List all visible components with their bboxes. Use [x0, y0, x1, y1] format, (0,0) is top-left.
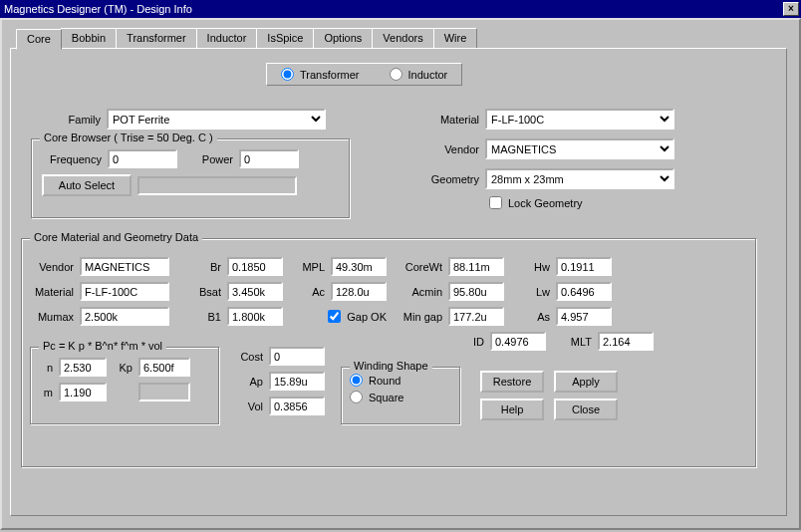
kp-input[interactable]	[138, 358, 190, 377]
gap-ok-checkbox[interactable]	[328, 310, 341, 323]
vendor-select[interactable]: MAGNETICS	[485, 138, 674, 159]
core-browser-legend: Core Browser ( Trise = 50 Deg. C )	[40, 132, 217, 143]
tab-bobbin[interactable]: Bobbin	[61, 28, 117, 49]
br-label: Br	[175, 261, 221, 273]
hw-label: Hw	[510, 261, 550, 273]
bsat-input[interactable]	[227, 282, 283, 301]
hw-input[interactable]	[556, 257, 612, 276]
data-legend: Core Material and Geometry Data	[30, 231, 202, 243]
m-label: m	[41, 387, 53, 399]
tab-strip: Core Bobbin Transformer Inductor IsSpice…	[16, 28, 791, 49]
radio-round[interactable]: Round	[350, 374, 451, 387]
as-label: As	[510, 311, 550, 323]
vol-input[interactable]	[269, 397, 325, 415]
cost-input[interactable]	[269, 347, 325, 366]
mlt-input[interactable]	[598, 332, 654, 351]
mpl-input[interactable]	[331, 257, 387, 276]
radio-square[interactable]: Square	[350, 391, 451, 403]
b1-input[interactable]	[227, 307, 283, 326]
material-select[interactable]: F-LF-100C	[485, 109, 674, 130]
acmin-input[interactable]	[448, 282, 504, 301]
radio-transformer[interactable]: Transformer	[281, 68, 360, 81]
mingap-input[interactable]	[448, 307, 504, 326]
help-button[interactable]: Help	[480, 399, 544, 420]
lw-label: Lw	[510, 286, 550, 298]
gap-ok-label: Gap OK	[347, 311, 387, 323]
id-label: ID	[434, 336, 484, 348]
cost-label: Cost	[233, 351, 263, 363]
mlt-label: MLT	[552, 336, 592, 348]
id-input[interactable]	[490, 332, 546, 351]
power-label: Power	[183, 153, 233, 165]
vol-label: Vol	[233, 400, 263, 412]
tab-wire[interactable]: Wire	[433, 28, 478, 49]
geometry-select[interactable]: 28mm x 23mm	[485, 168, 674, 189]
auto-select-button[interactable]: Auto Select	[42, 174, 132, 196]
acmin-label: Acmin	[393, 286, 442, 298]
ap-label: Ap	[233, 376, 263, 388]
material-label: Material	[429, 114, 479, 126]
tab-core[interactable]: Core	[16, 29, 62, 50]
close-icon[interactable]: ×	[783, 2, 799, 16]
tab-transformer[interactable]: Transformer	[116, 28, 197, 49]
material-lbl2: Material	[30, 286, 74, 298]
lock-geometry-label: Lock Geometry	[508, 197, 583, 209]
tab-inductor[interactable]: Inductor	[196, 28, 258, 49]
mumax-label: Mumax	[30, 311, 74, 323]
lock-geometry-checkbox[interactable]	[489, 196, 502, 209]
apply-button[interactable]: Apply	[554, 371, 618, 393]
ac-input[interactable]	[331, 282, 387, 301]
tab-vendors[interactable]: Vendors	[372, 28, 433, 49]
kp-label: Kp	[113, 362, 133, 374]
as-input[interactable]	[556, 307, 612, 326]
frequency-input[interactable]	[108, 149, 177, 168]
bsat-label: Bsat	[175, 286, 221, 298]
window-title: Magnetics Designer (TM) - Design Info	[4, 0, 192, 18]
vendor-input[interactable]	[80, 257, 169, 276]
pc-legend: Pc = K p * B^n* f^m * vol	[39, 340, 166, 352]
auto-select-result	[137, 176, 297, 195]
tab-panel-core: Transformer Inductor Family POT Ferrite …	[10, 48, 787, 516]
tab-options[interactable]: Options	[313, 28, 373, 49]
radio-inductor[interactable]: Inductor	[390, 68, 448, 81]
br-input[interactable]	[227, 257, 283, 276]
ap-input[interactable]	[269, 372, 325, 391]
vendor-label: Vendor	[429, 143, 479, 155]
restore-button[interactable]: Restore	[480, 371, 544, 393]
power-input[interactable]	[239, 149, 299, 168]
n-input[interactable]	[59, 358, 107, 377]
mingap-label: Min gap	[393, 311, 442, 323]
family-select[interactable]: POT Ferrite	[107, 109, 326, 130]
close-button[interactable]: Close	[554, 399, 618, 420]
type-radio-group: Transformer Inductor	[266, 63, 462, 86]
ac-label: Ac	[289, 286, 325, 298]
geometry-label: Geometry	[429, 173, 479, 185]
family-label: Family	[61, 114, 101, 126]
m-input[interactable]	[59, 383, 107, 401]
lw-input[interactable]	[556, 282, 612, 301]
frequency-label: Frequency	[42, 153, 102, 165]
corewt-label: CoreWt	[393, 261, 442, 273]
n-label: n	[41, 362, 53, 374]
b1-label: B1	[175, 311, 221, 323]
vendor-lbl2: Vendor	[30, 261, 74, 273]
mpl-label: MPL	[289, 261, 325, 273]
tab-isspice[interactable]: IsSpice	[256, 28, 314, 49]
corewt-input[interactable]	[448, 257, 504, 276]
mumax-input[interactable]	[80, 307, 169, 326]
winding-legend: Winding Shape	[350, 360, 432, 372]
pc-blank	[138, 383, 190, 401]
material-input[interactable]	[80, 282, 169, 301]
